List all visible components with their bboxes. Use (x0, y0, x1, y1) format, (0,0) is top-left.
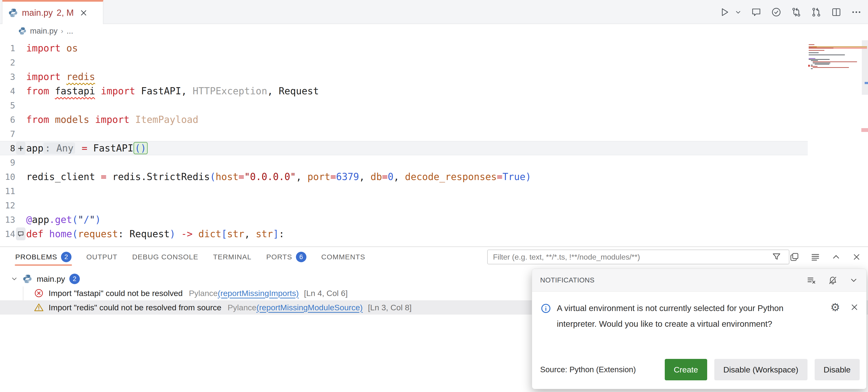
panel-tab-label: PORTS (266, 253, 292, 261)
minimap-line (811, 60, 818, 61)
panel-tab-badge: 2 (61, 252, 71, 262)
line-number: 3 (0, 72, 15, 82)
warning-icon (34, 302, 44, 313)
breadcrumb-file[interactable]: main.py (30, 26, 58, 35)
line-number: 7 (0, 129, 15, 139)
code-line[interactable]: 11 (0, 184, 808, 198)
code-line[interactable]: 14def home(request: Request) -> dict[str… (0, 227, 808, 241)
code-text: from models import ItemPayload (26, 112, 198, 127)
panel-tab-label: DEBUG CONSOLE (132, 253, 198, 261)
add-comment-icon[interactable] (16, 227, 26, 240)
panel-tab-label: OUTPUT (86, 253, 118, 261)
run-dropdown-icon[interactable] (735, 8, 742, 16)
python-file-icon (8, 8, 18, 18)
vscode-window: main.py 2, M (0, 0, 868, 392)
minimap-line (811, 65, 813, 65)
disable-button[interactable]: Disable (815, 359, 860, 380)
problem-code-link[interactable]: (reportMissingImports) (218, 289, 299, 298)
close-panel-icon[interactable] (852, 252, 861, 262)
panel-tab-comments[interactable]: COMMENTS (321, 247, 365, 267)
git-compare-icon[interactable] (791, 7, 802, 18)
code-line[interactable]: 4from fastapi import FastAPI, HTTPExcept… (0, 84, 808, 98)
clear-all-notifications-icon[interactable] (806, 275, 816, 285)
problems-filter-input[interactable] (487, 250, 789, 264)
problems-file-row[interactable]: main.py 2 (0, 272, 531, 286)
notifications-title: NOTIFICATIONS (540, 276, 594, 284)
error-icon (34, 288, 44, 298)
line-number: 12 (0, 200, 15, 210)
minimap-line (813, 61, 857, 62)
code-line[interactable]: 10redis_client = redis.StrictRedis(host=… (0, 170, 808, 184)
more-actions-icon[interactable] (851, 7, 862, 18)
code-line[interactable]: 13@app.get("/") (0, 213, 808, 227)
gear-icon[interactable]: ⚙ (830, 302, 840, 313)
code-line[interactable]: 6from models import ItemPayload (0, 112, 808, 127)
code-text: app: Any = FastAPI() (26, 141, 148, 155)
code-line[interactable]: 2 (0, 55, 808, 69)
code-text: redis_client = redis.StrictRedis(host="0… (26, 170, 531, 184)
panel-tab-ports[interactable]: PORTS6 (266, 247, 306, 267)
panel-tab-bar: PROBLEMS2OUTPUTDEBUG CONSOLETERMINALPORT… (15, 247, 365, 267)
overview-ruler-error-mark (861, 128, 868, 132)
code-line[interactable]: 7 (0, 127, 808, 141)
line-number: 10 (0, 172, 15, 182)
line-number: 4 (0, 86, 15, 96)
code-line[interactable]: 12 (0, 198, 808, 213)
minimap-line (809, 53, 819, 53)
comment-icon[interactable] (751, 7, 762, 18)
problem-message: Import "fastapi" could not be resolved (49, 289, 183, 298)
line-number: 6 (0, 115, 15, 125)
code-line[interactable]: 5 (0, 98, 808, 112)
code-text: from fastapi import FastAPI, HTTPExcepti… (26, 84, 319, 98)
panel-tab-terminal[interactable]: TERMINAL (213, 247, 251, 267)
tab-main-py[interactable]: main.py 2, M (2, 0, 103, 24)
do-not-disturb-icon[interactable] (828, 275, 838, 285)
code-line[interactable]: 3import redis (0, 69, 808, 84)
panel-tab-output[interactable]: OUTPUT (86, 247, 118, 267)
overview-ruler-info-mark (865, 82, 868, 84)
chevron-down-icon[interactable] (10, 275, 18, 283)
code-text: @app.get("/") (26, 213, 101, 227)
code-line[interactable]: 9 (0, 155, 808, 170)
minimap[interactable] (808, 37, 868, 247)
close-notification-icon[interactable] (850, 302, 859, 312)
code-line[interactable]: 1import os (0, 41, 808, 55)
problem-location: [Ln 4, Col 6] (304, 289, 348, 298)
maximize-panel-icon[interactable] (831, 252, 841, 262)
panel-tab-debug-console[interactable]: DEBUG CONSOLE (132, 247, 198, 267)
close-tab-icon[interactable] (79, 8, 88, 18)
check-circle-icon[interactable] (771, 7, 782, 18)
tab-modified-decoration: 2, M (57, 8, 74, 18)
minimap-line (811, 68, 813, 69)
line-number: 2 (0, 58, 15, 67)
panel-tab-label: COMMENTS (321, 253, 365, 261)
minimap-word-highlight (812, 46, 817, 47)
problem-code-link[interactable]: (reportMissingModuleSource) (256, 303, 363, 312)
minimap-line (809, 44, 814, 45)
add-line-icon[interactable]: + (16, 142, 26, 155)
problems-file-badge: 2 (69, 274, 80, 284)
line-number: 5 (0, 100, 15, 110)
minimap-line (813, 63, 830, 63)
info-icon (540, 303, 552, 332)
panel-tab-problems[interactable]: PROBLEMS2 (15, 247, 71, 267)
line-number: 9 (0, 158, 15, 167)
create-button[interactable]: Create (665, 359, 707, 380)
disable-workspace-button[interactable]: Disable (Workspace) (714, 359, 807, 380)
notification-message: A virtual environment is not currently s… (557, 300, 809, 332)
minimap-line (809, 58, 815, 59)
notifications-panel: NOTIFICATIONS A virtual environment is n… (532, 269, 867, 389)
collapse-notifications-icon[interactable] (849, 276, 858, 285)
split-editor-icon[interactable] (831, 7, 842, 18)
collapse-all-icon[interactable] (810, 252, 820, 262)
code-editor[interactable]: 1import os23import redis4from fastapi im… (0, 37, 808, 247)
git-pull-request-icon[interactable] (811, 7, 822, 18)
code-line[interactable]: 8+app: Any = FastAPI() (0, 141, 808, 155)
breadcrumb-symbol[interactable]: ... (67, 26, 73, 35)
code-text: import os (26, 41, 78, 55)
run-icon[interactable] (719, 7, 730, 18)
panel-tab-label: TERMINAL (213, 253, 251, 261)
panel-tab-badge: 6 (296, 252, 306, 262)
view-as-table-icon[interactable] (789, 252, 799, 262)
problem-location: [Ln 3, Col 8] (368, 303, 411, 312)
